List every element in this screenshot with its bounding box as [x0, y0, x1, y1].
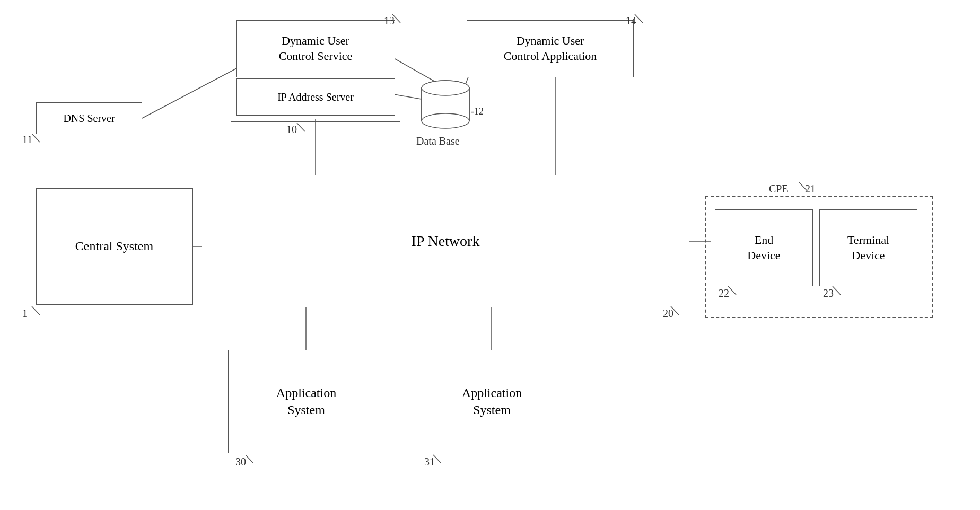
ip-network-label: IP Network — [412, 232, 480, 251]
database-number: -12 — [471, 106, 484, 117]
svg-line-22 — [799, 182, 807, 191]
svg-line-10 — [32, 134, 40, 142]
duca-box: Dynamic UserControl Application — [467, 20, 634, 77]
ducs-box: Dynamic UserControl Service — [236, 20, 395, 77]
ip-address-server-label: IP Address Server — [277, 90, 354, 104]
app-system-1-label: ApplicationSystem — [276, 385, 336, 418]
ducs-slash — [390, 13, 406, 24]
database-label: Data Base — [416, 135, 460, 147]
app1-slash — [243, 454, 259, 464]
diagram: DNS Server 11 Central System 1 10 Dynami… — [0, 0, 980, 510]
cpe-slash — [797, 181, 812, 192]
terminal-device-label: TerminalDevice — [847, 233, 889, 263]
acs-slash — [294, 122, 310, 133]
ducs-label: Dynamic UserControl Service — [279, 33, 353, 64]
duca-label: Dynamic UserControl Application — [504, 33, 597, 64]
svg-line-21 — [671, 306, 679, 315]
end-device-label: EndDevice — [747, 233, 780, 263]
svg-line-11 — [32, 306, 40, 315]
central-system-label: Central System — [75, 238, 153, 254]
terminal-device-box: TerminalDevice — [819, 209, 917, 286]
svg-line-26 — [433, 455, 441, 463]
svg-point-20 — [422, 81, 469, 95]
ip-network-slash — [668, 305, 684, 316]
svg-line-0 — [142, 64, 246, 118]
dns-server-label: DNS Server — [63, 111, 115, 125]
svg-line-13 — [392, 14, 400, 23]
end-slash — [725, 285, 741, 296]
svg-point-19 — [422, 113, 469, 128]
central-system-number: 1 — [22, 307, 28, 320]
cpe-label: CPE — [769, 183, 789, 195]
svg-line-14 — [635, 14, 643, 23]
database-icon — [416, 78, 475, 131]
central-slash — [29, 305, 45, 316]
terminal-slash — [830, 285, 846, 296]
ip-address-server-box: IP Address Server — [236, 78, 395, 116]
duca-slash — [632, 13, 648, 24]
app-system-2-label: ApplicationSystem — [462, 385, 522, 418]
svg-line-24 — [833, 286, 841, 295]
end-device-box: EndDevice — [715, 209, 813, 286]
app-system-1-box: ApplicationSystem — [228, 350, 384, 453]
app2-slash — [431, 454, 447, 464]
ip-network-box: IP Network — [202, 175, 689, 307]
app-system-2-box: ApplicationSystem — [414, 350, 570, 453]
svg-line-12 — [297, 123, 305, 131]
dns-server-box: DNS Server — [36, 102, 142, 134]
svg-line-25 — [246, 455, 253, 463]
svg-line-23 — [728, 286, 736, 295]
dns-slash — [29, 133, 45, 143]
central-system-box: Central System — [36, 188, 192, 305]
